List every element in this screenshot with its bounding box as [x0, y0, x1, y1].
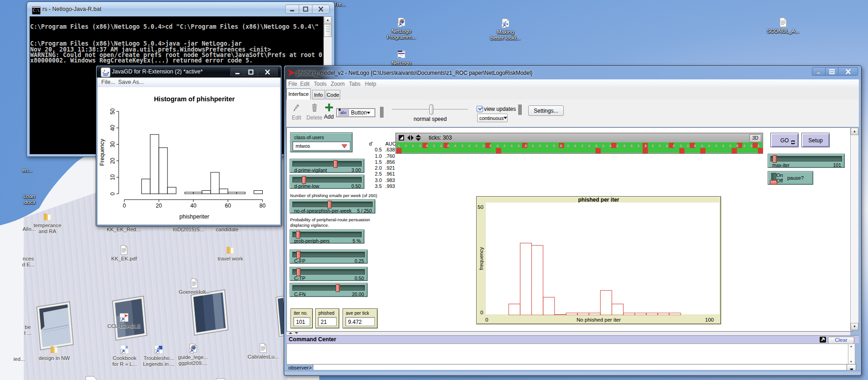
menu-tabs[interactable]: Tabs: [349, 81, 360, 87]
setup-button[interactable]: Setup: [801, 133, 830, 147]
netlogo-titlebar[interactable]: phishing_model_v2 - NetLogo {C:\Users\ka…: [285, 66, 861, 79]
edit-button[interactable]: Edit: [290, 104, 303, 121]
toolbar-separator-2: [518, 104, 522, 115]
console-minimize-button[interactable]: [285, 5, 299, 14]
go-button[interactable]: GO: [770, 133, 799, 147]
netlogo-minimize-button[interactable]: [812, 67, 825, 76]
rhist-title: Histogram of phishperiter: [154, 95, 235, 103]
desktop-icon-goeree-holt[interactable]: GoereeHolt...: [167, 278, 222, 295]
auc-row: 1.5.856: [368, 159, 396, 165]
slider-max-iter[interactable]: max-iter101: [768, 154, 845, 168]
update-mode-select[interactable]: continuous: [477, 114, 508, 122]
slider-C-TP[interactable]: C-TP0.50: [290, 267, 368, 281]
interface-vscrollbar[interactable]: ▲ ▼: [850, 127, 859, 331]
console-scroll-thumb[interactable]: [324, 24, 332, 37]
desktop-icon-en[interactable]: en...: [0, 167, 55, 173]
slider-C-FP[interactable]: C-FP0.25: [290, 250, 368, 264]
slider-track[interactable]: [292, 232, 362, 237]
menu-tools[interactable]: Tools: [314, 81, 327, 87]
tab-interface[interactable]: Interface: [286, 88, 311, 99]
javagd-titlebar[interactable]: JavaGD for R-Extension (2) *active*: [97, 66, 281, 78]
settings-button[interactable]: Settings...: [528, 105, 564, 116]
slider-track[interactable]: [292, 285, 365, 291]
delete-button[interactable]: Delete: [305, 104, 324, 121]
plot-bar: [589, 313, 600, 315]
console-titlebar[interactable]: C:\ rs - Netlogo-Java-R.bat: [27, 2, 334, 16]
desktop-icon-ccl-beagle[interactable]: CCL-BEAGLE: [97, 312, 151, 329]
javagd-close-button[interactable]: [258, 68, 278, 76]
world-3d-button[interactable]: 3D: [749, 134, 761, 142]
slider-handle[interactable]: [302, 176, 306, 184]
javagd-maximize-button[interactable]: [244, 68, 258, 76]
tab-code[interactable]: Code: [326, 90, 340, 99]
console-close-button[interactable]: [312, 5, 330, 14]
slider-handle[interactable]: [773, 155, 777, 163]
add-button[interactable]: Add: [323, 104, 335, 120]
world-view[interactable]: ticks: 303 3D: [395, 133, 763, 154]
interface-scroll-thumb[interactable]: [851, 135, 858, 328]
interface-scroll-down[interactable]: ▼: [851, 323, 858, 330]
slider-handle[interactable]: [327, 201, 332, 208]
desktop-icon-netlogo-app[interactable]: NetLogo: [374, 49, 429, 66]
command-center-scrollbar[interactable]: ▲ ▼: [848, 344, 855, 364]
slider-track[interactable]: [292, 161, 362, 167]
slider-d-prime-vigilant[interactable]: d-prime-vigilant3.00: [290, 159, 364, 173]
desktop-icon-partial-2[interactable]: [194, 377, 249, 380]
command-center-splitter[interactable]: [286, 332, 850, 335]
slider-track[interactable]: [292, 269, 365, 275]
command-center-output[interactable]: [286, 344, 849, 364]
javagd-minimize-button[interactable]: [230, 68, 244, 76]
desktop-icon-sconul[interactable]: SCONUL_A...: [756, 17, 811, 34]
desktop-icon-kk-ek-pdf[interactable]: KK_EK.pdf: [97, 245, 151, 262]
chooser-value[interactable]: mtwos: [292, 141, 350, 151]
slider-prob-periph-pers[interactable]: prob-periph-pers5 %: [290, 229, 364, 244]
slider-no-of-spearphish-per-week[interactable]: no-of-spearphish-per-week5 / 250: [290, 199, 375, 213]
menu-edit[interactable]: Edit: [300, 81, 310, 87]
javagd-menu-file[interactable]: File...: [101, 79, 115, 85]
console-maximize-button[interactable]: [299, 5, 312, 14]
slider-handle[interactable]: [296, 268, 301, 276]
netlogo-maximize-button[interactable]: [825, 67, 838, 76]
slider-handle[interactable]: [336, 284, 340, 292]
desktop-icon-kk-ek-red[interactable]: KK_EK_Red...: [96, 227, 151, 233]
slider-d-prime-low[interactable]: d-prime-low0.50: [290, 175, 364, 189]
tab-info[interactable]: Info: [312, 90, 325, 99]
chooser-class-of-users[interactable]: class-of-users mtwos: [290, 132, 353, 152]
slider-handle[interactable]: [296, 251, 301, 259]
menu-file[interactable]: File: [288, 81, 297, 87]
desktop-icon-making-better[interactable]: Makingbetter looki...: [478, 18, 533, 41]
widget-type-select[interactable]: abc Button: [336, 108, 375, 117]
speed-slider-handle[interactable]: [429, 104, 433, 115]
slider-track[interactable]: [292, 252, 365, 257]
desktop-icon-loan-docx[interactable]: Loan.docx: [2, 193, 57, 205]
pause-switch[interactable]: On Off pause?: [768, 171, 813, 185]
desktop-icon-travel-work[interactable]: travel work: [203, 245, 258, 262]
clear-button[interactable]: Clear: [828, 337, 854, 344]
desktop-icon-guide-ggplot[interactable]: guide_lege...ggplot209....: [166, 344, 220, 366]
desktop-icon-temperance[interactable]: temperanceand RA: [20, 212, 75, 234]
slider-C-FN[interactable]: C-FN20.00: [290, 283, 368, 297]
desktop-icon-candidate[interactable]: candidate: [200, 227, 255, 233]
slider-handle[interactable]: [333, 160, 338, 168]
interface-scroll-up[interactable]: ▲: [851, 128, 858, 135]
javagd-menu-saveas[interactable]: Save As...: [118, 79, 144, 85]
desktop-icon-cabrales[interactable]: CabralesLu...: [236, 343, 291, 360]
desktop-icon-netlogo-programme[interactable]: NetLogoProgramm...: [374, 17, 429, 40]
switch-off-label: Off: [776, 178, 783, 183]
console-scroll-up[interactable]: ▲: [324, 16, 332, 24]
world-field[interactable]: [396, 142, 762, 153]
command-center-detach-icon[interactable]: [820, 337, 826, 343]
menu-help[interactable]: Help: [365, 81, 376, 87]
slider-track[interactable]: [770, 156, 842, 161]
view-updates-checkbox[interactable]: [477, 106, 483, 112]
desktop-icon-be-t[interactable]: bet ...: [0, 324, 55, 336]
netlogo-close-button[interactable]: [838, 67, 858, 76]
slider-track[interactable]: [292, 202, 373, 207]
netlogo-programme-label: NetLogoProgramm...: [374, 28, 429, 40]
desktop-icon-partial-1[interactable]: [64, 375, 119, 380]
desktop-icon-nces[interactable]: ncesd E...: [1, 256, 56, 268]
slider-track[interactable]: [292, 177, 362, 182]
slider-handle[interactable]: [296, 231, 300, 239]
menu-zoom[interactable]: Zoom: [331, 81, 345, 87]
desktop-icon-design-in-nw[interactable]: design in NW: [27, 344, 82, 361]
